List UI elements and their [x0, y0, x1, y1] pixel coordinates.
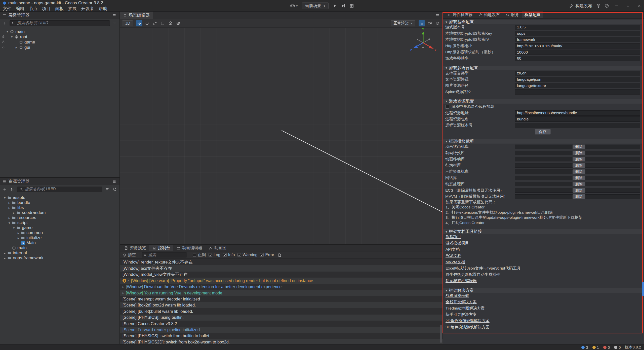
console-log-row[interactable]: !▸[Window] [Vue warn]: Property "onInput…: [120, 278, 443, 284]
tree-node-assets[interactable]: ▾assets: [0, 195, 119, 200]
section-header[interactable]: ▾游戏资源配置: [443, 99, 642, 104]
status-count-notice[interactable]: 0: [614, 345, 621, 349]
console-scrollbar-thumb[interactable]: [440, 325, 442, 343]
sort-assets-button[interactable]: [10, 187, 15, 192]
tree-node-main[interactable]: main: [0, 245, 119, 250]
status-count-info[interactable]: 3: [581, 345, 588, 349]
help-button[interactable]: [605, 4, 609, 8]
section-header[interactable]: ▾框架解决方案: [443, 288, 642, 293]
tree-node-common[interactable]: ▸common: [0, 230, 119, 235]
tree-node-game[interactable]: ▾game: [0, 225, 119, 230]
pivot-toggle-button[interactable]: [167, 20, 174, 26]
scene-selector-dropdown[interactable]: 当前场景▾: [302, 3, 329, 9]
console-log-row[interactable]: [Scene] [PHYSICS]: switch from builtin t…: [120, 333, 443, 339]
tab-inspector[interactable]: 属性检查器: [444, 12, 475, 18]
refresh-assets-button[interactable]: [112, 187, 117, 192]
tab-service[interactable]: 服务: [503, 12, 522, 18]
delete-button[interactable]: 删除: [573, 188, 585, 193]
render-mode-dropdown[interactable]: 正常渲染▾: [391, 20, 415, 26]
doc-link[interactable]: Tiledmap地图解决方案: [446, 306, 485, 311]
section-header[interactable]: ▾游戏多语言配置: [443, 66, 642, 70]
hierarchy-menu-button[interactable]: [111, 13, 117, 18]
chevron-right-icon[interactable]: ▸: [128, 279, 129, 282]
checkbox[interactable]: [209, 253, 212, 257]
log-export-button[interactable]: [277, 252, 283, 258]
chevron-right-icon[interactable]: ▸: [123, 291, 124, 295]
tab-build[interactable]: 构建发布: [475, 12, 503, 18]
filter-warning[interactable]: Warning: [237, 253, 257, 257]
delete-button[interactable]: 删除: [573, 194, 585, 199]
chevron-icon[interactable]: ▸: [12, 211, 16, 215]
regex-toggle[interactable]: 正则: [193, 252, 206, 258]
scale-tool-button[interactable]: [151, 20, 158, 26]
config-input[interactable]: language/texture: [515, 83, 640, 88]
scene-editor-tab[interactable]: 场景编辑器: [120, 12, 153, 19]
assets-menu-button[interactable]: [111, 179, 117, 184]
lock-icon[interactable]: [2, 40, 5, 43]
inspector-menu-button[interactable]: [637, 12, 643, 18]
menu-developer[interactable]: 开发者: [79, 6, 96, 12]
menu-extension[interactable]: 扩展: [66, 6, 79, 12]
status-count-error[interactable]: 0: [603, 345, 610, 349]
section-header[interactable]: ▾框架模块裁剪: [443, 139, 642, 144]
preview-device-button[interactable]: ▾: [290, 3, 298, 8]
delete-button[interactable]: 删除: [573, 182, 585, 186]
delete-button[interactable]: 删除: [573, 157, 585, 161]
inspector-scrollbar-thumb[interactable]: [642, 282, 644, 296]
menu-node[interactable]: 节点: [27, 6, 40, 12]
checkbox[interactable]: [223, 253, 227, 257]
status-count-warning[interactable]: 1: [592, 345, 599, 349]
chevron-icon[interactable]: ▸: [3, 256, 7, 260]
tree-node-resources[interactable]: ▸resources: [0, 215, 119, 220]
delete-button[interactable]: 删除: [573, 145, 585, 149]
tree-node-initialize[interactable]: ▸initialize: [0, 235, 119, 240]
console-log-row[interactable]: [Scene] [bullet]:bullet wasm lib loaded.: [120, 308, 443, 314]
build-publish-button[interactable]: 构建发布: [569, 3, 592, 9]
chevron-icon[interactable]: ▸: [7, 206, 12, 210]
chevron-icon[interactable]: ▸: [7, 201, 12, 205]
chevron-icon[interactable]: ▸: [3, 251, 7, 255]
config-input[interactable]: framework: [515, 37, 640, 42]
step-button[interactable]: [341, 4, 346, 8]
doc-link[interactable]: 新手引导解决方案: [446, 312, 477, 317]
doc-link[interactable]: 2D角色扮演游戏解决方案: [446, 318, 490, 324]
scene-viewport[interactable]: YXZ: [120, 28, 443, 244]
chevron-icon[interactable]: ▾: [5, 30, 10, 33]
config-input[interactable]: [515, 123, 640, 128]
section-header[interactable]: ▾游戏基础配置: [443, 20, 642, 24]
delete-button[interactable]: 删除: [573, 176, 585, 180]
tree-node-seedrandom[interactable]: ▸seedrandom: [0, 210, 119, 215]
lighting-toggle-button[interactable]: [419, 20, 425, 26]
scene-menu-button[interactable]: [435, 13, 440, 18]
console-log-row[interactable]: [Scene] [PHYSICS2D]: switch from box2d-w…: [120, 339, 443, 344]
mode-3d-toggle[interactable]: 3D: [122, 20, 133, 26]
doc-link[interactable]: 原生包热更新配置自动生成插件: [446, 272, 500, 277]
chevron-icon[interactable]: ▾: [10, 35, 14, 39]
console-tab-1[interactable]: 控制台: [149, 245, 173, 251]
add-node-button[interactable]: [2, 20, 8, 26]
doc-link[interactable]: MVVM文档: [446, 259, 465, 265]
clear-console-button[interactable]: 清空: [123, 252, 136, 258]
package-button[interactable]: [596, 4, 601, 8]
checkbox[interactable]: [445, 105, 449, 109]
save-button[interactable]: 保存: [535, 129, 551, 135]
lock-icon[interactable]: [2, 35, 5, 38]
tree-node-Main[interactable]: TSMain: [0, 240, 119, 245]
console-tab-2[interactable]: 动画编辑器: [173, 245, 206, 251]
tree-node-script[interactable]: ▾script: [0, 220, 119, 225]
doc-link[interactable]: API文档: [446, 247, 460, 252]
console-tab-3[interactable]: 动画图: [206, 245, 230, 251]
filter-log[interactable]: Log: [209, 253, 220, 257]
tree-node-internal[interactable]: ▸internal: [0, 250, 119, 255]
chevron-icon[interactable]: ▾: [7, 221, 12, 225]
doc-link[interactable]: 游戏模板项目: [446, 241, 469, 246]
console-log-row[interactable]: [Window] ecs文件夹不存在: [120, 265, 443, 271]
menu-file[interactable]: 文件: [1, 6, 14, 12]
chevron-icon[interactable]: ▸: [14, 46, 19, 49]
minimize-button[interactable]: [613, 0, 620, 12]
close-button[interactable]: [635, 0, 643, 12]
console-log-row[interactable]: [Window] render_texture文件夹不存在: [120, 259, 443, 265]
config-input[interactable]: http://192.168.0.150/main/: [515, 43, 640, 49]
add-asset-button[interactable]: [2, 187, 8, 192]
play-button[interactable]: [333, 4, 337, 8]
